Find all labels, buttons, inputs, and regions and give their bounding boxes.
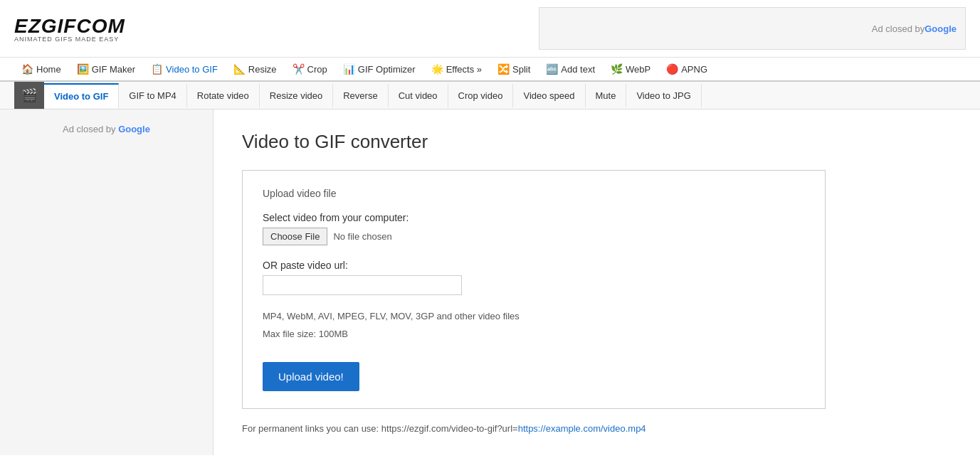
sub-nav-item-rotate-video[interactable]: Rotate video — [187, 84, 260, 107]
nav-item-gif-maker[interactable]: 🖼️GIF Maker — [70, 58, 142, 80]
ad-top-box: Ad closed by Google — [539, 7, 966, 50]
footer-note: For permanent links you can use: https:/… — [242, 423, 826, 434]
select-label: Select video from your computer: — [263, 212, 805, 223]
nav-item-home[interactable]: 🏠Home — [14, 58, 68, 80]
split-icon: 🔀 — [497, 63, 510, 75]
top-bar: EZGIFCOM ANIMATED GIFS MADE EASY Ad clos… — [0, 0, 980, 58]
sidebar: Ad closed by Google — [0, 110, 214, 455]
sub-nav-item-crop-video[interactable]: Crop video — [448, 84, 514, 107]
nav-item-webp[interactable]: 🌿WebP — [604, 58, 658, 80]
ad-top-area: Ad closed by Google — [154, 7, 966, 50]
gif-maker-icon: 🖼️ — [77, 63, 89, 75]
webp-icon: 🌿 — [611, 63, 623, 75]
sub-nav-item-mute[interactable]: Mute — [586, 84, 627, 107]
sidebar-ad: Ad closed by Google — [63, 124, 150, 134]
nav-item-resize[interactable]: 📐Resize — [226, 58, 284, 80]
sub-nav-item-video-to-jpg[interactable]: Video to JPG — [626, 84, 701, 107]
gif-optimizer-icon: 📊 — [343, 63, 355, 75]
split-label: Split — [512, 64, 530, 75]
sub-nav-item-resize-video[interactable]: Resize video — [260, 84, 333, 107]
gif-maker-label: GIF Maker — [92, 64, 135, 75]
home-icon: 🏠 — [21, 63, 33, 75]
crop-icon: ✂️ — [293, 63, 305, 75]
video-to-gif-label: Video to GIF — [166, 64, 218, 75]
content-wrapper: Ad closed by Google Video to GIF convert… — [0, 110, 980, 455]
sub-nav-icon[interactable]: 🎬 — [14, 82, 44, 109]
file-select-group: Select video from your computer: Choose … — [263, 212, 805, 245]
or-paste-label: OR paste video url: — [263, 260, 805, 271]
logo-tagline: ANIMATED GIFS MADE EASY — [14, 36, 125, 43]
footer-note-static: For permanent links you can use: https:/… — [242, 423, 518, 434]
upload-section-title: Upload video file — [263, 188, 805, 199]
upload-box: Upload video file Select video from your… — [242, 170, 826, 409]
nav-item-video-to-gif[interactable]: 📋Video to GIF — [144, 58, 225, 80]
nav-item-add-text[interactable]: 🔤Add text — [539, 58, 602, 80]
page-title: Video to GIF converter — [242, 131, 952, 153]
effects-label: Effects » — [446, 64, 482, 75]
sidebar-google: Google — [118, 124, 150, 134]
ad-top-google: Google — [924, 23, 957, 34]
main-content: Video to GIF converter Upload video file… — [214, 110, 980, 455]
add-text-label: Add text — [561, 64, 595, 75]
sidebar-ad-label: Ad closed by — [63, 124, 118, 134]
effects-icon: 🌟 — [431, 63, 443, 75]
nav-item-crop[interactable]: ✂️Crop — [285, 58, 334, 80]
upload-button[interactable]: Upload video! — [263, 362, 359, 391]
main-nav: 🏠Home🖼️GIF Maker📋Video to GIF📐Resize✂️Cr… — [0, 58, 980, 82]
sub-nav-item-video-speed[interactable]: Video speed — [513, 84, 585, 107]
file-formats-text: MP4, WebM, AVI, MPEG, FLV, MOV, 3GP and … — [263, 309, 805, 324]
url-input[interactable] — [263, 275, 462, 295]
nav-item-gif-optimizer[interactable]: 📊GIF Optimizer — [336, 58, 423, 80]
sub-nav-item-cut-video[interactable]: Cut video — [389, 84, 448, 107]
logo-area: EZGIFCOM ANIMATED GIFS MADE EASY — [14, 15, 125, 43]
ad-top-label: Ad closed by — [872, 23, 924, 34]
resize-label: Resize — [248, 64, 277, 75]
resize-icon: 📐 — [233, 63, 246, 75]
max-size-text: Max file size: 100MB — [263, 327, 805, 342]
file-info-group: MP4, WebM, AVI, MPEG, FLV, MOV, 3GP and … — [263, 309, 805, 342]
sub-nav-item-gif-to-mp4[interactable]: GIF to MP4 — [119, 84, 186, 107]
video-to-gif-icon: 📋 — [151, 63, 163, 75]
sub-nav-item-video-to-gif[interactable]: Video to GIF — [44, 83, 119, 108]
sub-nav: 🎬 Video to GIFGIF to MP4Rotate videoResi… — [0, 82, 980, 110]
nav-item-apng[interactable]: 🔴APNG — [659, 58, 715, 80]
gif-optimizer-label: GIF Optimizer — [358, 64, 416, 75]
home-label: Home — [36, 64, 61, 75]
add-text-icon: 🔤 — [546, 63, 558, 75]
url-paste-group: OR paste video url: — [263, 260, 805, 295]
crop-label: Crop — [307, 64, 327, 75]
webp-label: WebP — [626, 64, 650, 75]
no-file-text: No file chosen — [333, 231, 391, 242]
file-input-row: Choose File No file chosen — [263, 228, 805, 245]
apng-label: APNG — [681, 64, 707, 75]
sub-nav-item-reverse[interactable]: Reverse — [333, 84, 388, 107]
choose-file-button[interactable]: Choose File — [263, 228, 327, 245]
nav-item-split[interactable]: 🔀Split — [490, 58, 537, 80]
nav-item-effects[interactable]: 🌟Effects » — [424, 58, 489, 80]
logo-text[interactable]: EZGIFCOM — [14, 15, 125, 38]
footer-note-link[interactable]: https://example.com/video.mp4 — [518, 423, 646, 434]
apng-icon: 🔴 — [666, 63, 678, 75]
